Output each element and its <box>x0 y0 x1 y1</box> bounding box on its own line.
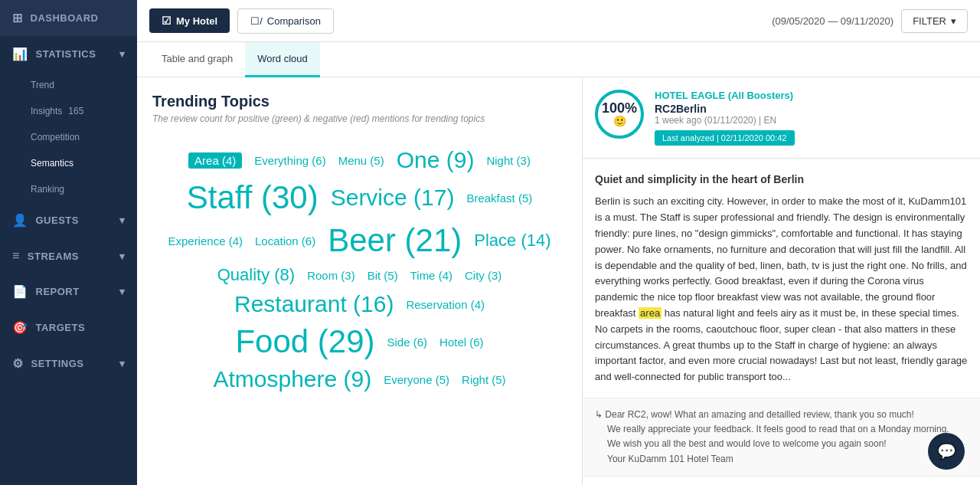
checkbox-icon: ☑ <box>162 15 172 27</box>
hotel-name: HOTEL EAGLE (All Boosters) <box>655 90 968 101</box>
reply-intro: ↳ Dear RC2, wow! What an amazing and det… <box>595 408 968 422</box>
highlight-area: area <box>639 307 662 319</box>
sidebar-item-settings[interactable]: ⚙ SETTINGS ▾ <box>0 346 137 382</box>
word-room[interactable]: Room (3) <box>307 269 355 282</box>
word-reservation[interactable]: Reservation (4) <box>406 298 485 311</box>
topbar: ☑ My Hotel ☐/ Comparison (09/05/2020 — 0… <box>137 0 980 42</box>
sidebar-item-statistics[interactable]: 📊 STATISTICS ▾ <box>0 36 137 72</box>
word-atmosphere[interactable]: Atmosphere (9) <box>213 366 371 392</box>
smile-icon: 🙂 <box>613 115 626 127</box>
chat-icon: 💬 <box>937 442 956 460</box>
word-restaurant[interactable]: Restaurant (16) <box>234 291 394 317</box>
sidebar-item-label: STREAMS <box>28 251 79 262</box>
comparison-icon: ☐/ <box>250 15 263 27</box>
chevron-icon: ▾ <box>119 215 126 226</box>
sidebar-item-label: STATISTICS <box>36 48 96 60</box>
sidebar-item-insights[interactable]: Insights 165 <box>0 98 137 124</box>
analyzed-badge: Last analyzed | 02/11/2020 00:42 <box>655 130 795 146</box>
sidebar-item-label: GUESTS <box>36 215 79 226</box>
word-experience[interactable]: Experience (4) <box>168 234 243 247</box>
dashboard-icon: ⊞ <box>12 11 23 25</box>
word-city[interactable]: City (3) <box>465 269 501 282</box>
score-circle: 100% 🙂 <box>595 90 644 139</box>
chevron-icon: ▾ <box>119 48 126 60</box>
word-service[interactable]: Service (17) <box>331 185 455 211</box>
sidebar-item-label: TARGETS <box>36 322 86 333</box>
word-one[interactable]: One (9) <box>397 147 475 173</box>
sidebar-item-report[interactable]: 📄 REPORT ▾ <box>0 274 137 310</box>
sidebar: ⊞ DASHBOARD 📊 STATISTICS ▾ Trend Insight… <box>0 0 137 485</box>
scroll-down-button[interactable]: ⌄ <box>583 476 980 485</box>
settings-icon: ⚙ <box>12 356 24 371</box>
word-place[interactable]: Place (14) <box>474 231 550 251</box>
review-text: Berlin is such an exciting city. However… <box>595 194 968 385</box>
word-hotel[interactable]: Hotel (6) <box>439 336 484 349</box>
word-cloud: Area (4) Everything (6) Menu (5) One (9)… <box>152 139 567 400</box>
review-panel: 100% 🙂 HOTEL EAGLE (All Boosters) RC2Ber… <box>582 77 980 485</box>
date-range: (09/05/2020 — 09/11/2020) <box>772 15 893 27</box>
sidebar-item-dashboard[interactable]: ⊞ DASHBOARD <box>0 0 137 36</box>
word-staff[interactable]: Staff (30) <box>187 179 318 216</box>
review-header: 100% 🙂 HOTEL EAGLE (All Boosters) RC2Ber… <box>583 77 980 159</box>
section-title: Trending Topics <box>152 93 567 110</box>
chevron-down-icon: ▾ <box>951 15 956 27</box>
content-area: Trending Topics The review count for pos… <box>137 77 980 485</box>
review-title: Quiet and simplicity in the heart of Ber… <box>595 171 968 188</box>
word-everything[interactable]: Everything (6) <box>254 154 325 167</box>
sidebar-item-streams[interactable]: ≡ STREAMS ▾ <box>0 238 137 274</box>
sidebar-item-competition[interactable]: Competition <box>0 124 137 150</box>
reply-line1: We really appreciate your feedback. It f… <box>595 422 968 437</box>
score-value: 100% <box>602 101 637 115</box>
word-side[interactable]: Side (6) <box>387 336 428 349</box>
chevron-icon: ▾ <box>119 251 126 262</box>
chevron-icon: ▾ <box>119 358 126 369</box>
comparison-button[interactable]: ☐/ Comparison <box>237 8 334 34</box>
review-reply: ↳ Dear RC2, wow! What an amazing and det… <box>583 398 980 476</box>
word-quality[interactable]: Quality (8) <box>217 265 295 285</box>
sidebar-item-label: DASHBOARD <box>31 12 99 24</box>
reviewer-name: RC2Berlin <box>655 103 968 115</box>
targets-icon: 🎯 <box>12 320 28 335</box>
review-body: Quiet and simplicity in the heart of Ber… <box>583 159 980 398</box>
tabs-bar: Table and graph Word cloud <box>137 42 980 77</box>
word-bit[interactable]: Bit (5) <box>368 269 398 282</box>
sidebar-item-label: REPORT <box>36 286 80 297</box>
sidebar-item-ranking[interactable]: Ranking <box>0 176 137 202</box>
sidebar-item-trend[interactable]: Trend <box>0 72 137 98</box>
my-hotel-button[interactable]: ☑ My Hotel <box>149 8 230 33</box>
main-area: ☑ My Hotel ☐/ Comparison (09/05/2020 — 0… <box>137 0 980 485</box>
word-beer[interactable]: Beer (21) <box>328 222 462 259</box>
wordcloud-section: Trending Topics The review count for pos… <box>137 77 582 485</box>
word-right[interactable]: Right (5) <box>462 373 506 386</box>
sidebar-item-label: SETTINGS <box>31 358 84 369</box>
word-everyone[interactable]: Everyone (5) <box>384 373 449 386</box>
word-night[interactable]: Night (3) <box>486 154 531 167</box>
chevron-icon: ▾ <box>119 286 126 297</box>
guests-icon: 👤 <box>12 213 28 228</box>
review-meta: HOTEL EAGLE (All Boosters) RC2Berlin 1 w… <box>655 90 968 146</box>
word-breakfast[interactable]: Breakfast (5) <box>466 192 532 205</box>
word-food[interactable]: Food (29) <box>235 323 374 360</box>
tab-table-graph[interactable]: Table and graph <box>149 42 245 77</box>
word-time[interactable]: Time (4) <box>410 269 452 282</box>
chat-bubble-button[interactable]: 💬 <box>928 433 965 470</box>
tab-word-cloud[interactable]: Word cloud <box>245 42 320 77</box>
word-area[interactable]: Area (4) <box>188 152 242 169</box>
sidebar-item-guests[interactable]: 👤 GUESTS ▾ <box>0 202 137 238</box>
section-subtitle: The review count for positive (green) & … <box>152 113 567 124</box>
word-location[interactable]: Location (6) <box>255 234 315 247</box>
review-date: 1 week ago (01/11/2020) | EN <box>655 115 968 126</box>
reply-line2: We wish you all the best and would love … <box>595 437 968 451</box>
reply-line3: Your KuDamm 101 Hotel Team <box>595 452 968 467</box>
streams-icon: ≡ <box>12 249 20 263</box>
statistics-icon: 📊 <box>12 47 28 61</box>
filter-button[interactable]: FILTER ▾ <box>901 9 968 33</box>
word-menu[interactable]: Menu (5) <box>338 154 384 167</box>
report-icon: 📄 <box>12 284 28 299</box>
sidebar-item-targets[interactable]: 🎯 TARGETS <box>0 310 137 346</box>
insights-badge: 165 <box>68 106 83 116</box>
sidebar-item-semantics[interactable]: Semantics <box>0 150 137 176</box>
